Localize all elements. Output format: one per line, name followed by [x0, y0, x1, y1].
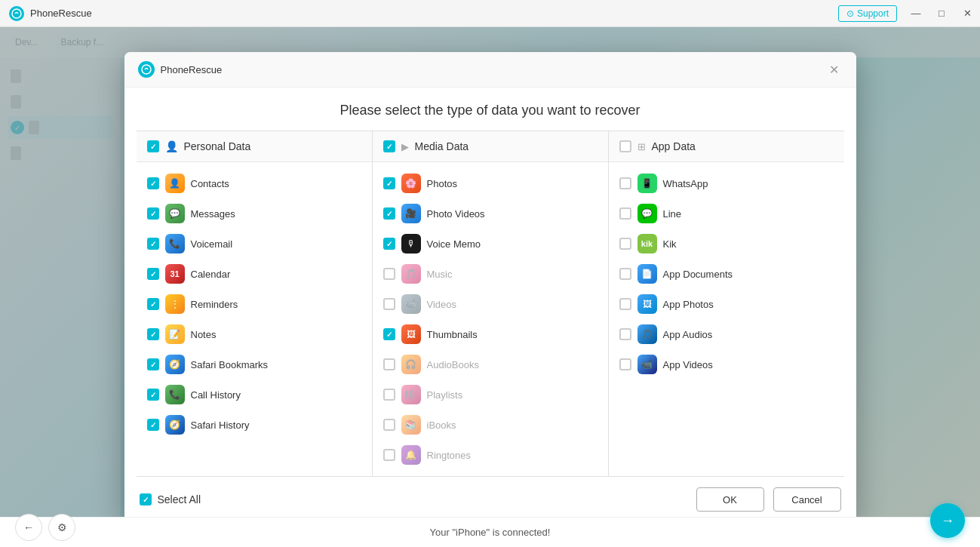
line-checkbox[interactable] — [619, 207, 631, 220]
voice-memo-checkbox[interactable] — [383, 238, 395, 250]
ringtones-label: Ringtones — [427, 450, 472, 461]
kik-icon: kik — [637, 234, 657, 254]
messages-label: Messages — [191, 208, 235, 220]
playlists-row: 🎼 Playlists — [373, 380, 608, 410]
music-checkbox[interactable] — [383, 268, 395, 280]
personal-data-checkbox[interactable] — [147, 140, 159, 152]
media-data-label: Media Data — [415, 140, 469, 152]
settings-button[interactable]: ⚙ — [48, 514, 75, 541]
call-history-label: Call History — [191, 389, 241, 401]
back-button[interactable]: ← — [15, 514, 42, 541]
whatsapp-row: 📱 WhatsApp — [609, 168, 844, 198]
audiobooks-checkbox[interactable] — [383, 358, 395, 370]
audiobooks-row: 🎧 AudioBooks — [373, 349, 608, 380]
ringtones-checkbox[interactable] — [383, 449, 395, 461]
photos-checkbox[interactable] — [383, 177, 395, 189]
safari-bookmarks-checkbox[interactable] — [147, 358, 159, 370]
dialog-footer: Select All OK Cancel — [124, 477, 856, 522]
support-button[interactable]: ⊙ Support — [838, 5, 897, 22]
kik-checkbox[interactable] — [619, 238, 631, 250]
svg-point-0 — [12, 9, 21, 18]
calendar-icon: 31 — [165, 264, 185, 284]
safari-bookmarks-icon: 🧭 — [165, 355, 185, 374]
dialog-header: PhoneRescue ✕ — [124, 52, 856, 88]
bottom-nav: ← ⚙ — [15, 514, 75, 541]
photo-videos-checkbox[interactable] — [383, 207, 395, 220]
app-data-label: App Data — [652, 140, 696, 152]
select-all-row: Select All — [140, 493, 201, 506]
app-photos-checkbox[interactable] — [619, 298, 631, 310]
videos-checkbox[interactable] — [383, 298, 395, 310]
media-data-checkbox[interactable] — [383, 140, 395, 152]
select-all-label: Select All — [158, 493, 201, 506]
kik-row: kik Kik — [609, 229, 844, 259]
voicemail-row: 📞 Voicemail — [137, 229, 372, 259]
person-icon: 👤 — [165, 140, 178, 152]
thumbnails-row: 🖼 Thumbnails — [373, 319, 608, 349]
whatsapp-icon: 📱 — [637, 174, 657, 193]
whatsapp-label: WhatsApp — [663, 178, 708, 189]
contacts-icon: 👤 — [165, 174, 185, 193]
svg-point-1 — [142, 65, 151, 74]
music-icon: 🎵 — [401, 264, 421, 284]
reminders-label: Reminders — [191, 299, 238, 310]
cancel-button[interactable]: Cancel — [773, 487, 841, 512]
notes-icon: 📝 — [165, 324, 185, 344]
footer-buttons: OK Cancel — [696, 487, 841, 512]
safari-history-checkbox[interactable] — [147, 419, 159, 431]
personal-data-label: Personal Data — [184, 140, 251, 152]
dialog-title: PhoneRescue — [161, 64, 826, 75]
voicemail-checkbox[interactable] — [147, 238, 159, 250]
select-all-checkbox[interactable] — [140, 493, 152, 506]
minimize-button[interactable]: — — [903, 0, 929, 27]
line-row: 💬 Line — [609, 198, 844, 229]
ibooks-row: 📚 iBooks — [373, 410, 608, 440]
app-data-column: ⊞ App Data 📱 WhatsApp — [609, 131, 844, 476]
voice-memo-row: 🎙 Voice Memo — [373, 229, 608, 259]
ibooks-checkbox[interactable] — [383, 419, 395, 431]
playlists-label: Playlists — [427, 389, 463, 401]
maximize-button[interactable]: □ — [929, 0, 954, 27]
playlists-checkbox[interactable] — [383, 389, 395, 401]
call-history-checkbox[interactable] — [147, 389, 159, 401]
dialog-subtitle: Please select the type of data you want … — [124, 88, 856, 131]
photo-videos-row: 🎥 Photo Videos — [373, 198, 608, 229]
app-documents-label: App Documents — [663, 269, 733, 280]
forward-button[interactable]: → — [930, 503, 965, 538]
contacts-checkbox[interactable] — [147, 177, 159, 189]
thumbnails-label: Thumbnails — [427, 329, 478, 340]
app-title: PhoneRescue — [30, 8, 92, 19]
app-documents-checkbox[interactable] — [619, 268, 631, 280]
notes-row: 📝 Notes — [137, 319, 372, 349]
voicemail-icon: 📞 — [165, 234, 185, 254]
ok-button[interactable]: OK — [696, 487, 764, 512]
messages-checkbox[interactable] — [147, 207, 159, 220]
photos-icon: 🌸 — [401, 174, 421, 193]
main-area: Dev... Backup f... ✓ — [0, 27, 980, 547]
thumbnails-icon: 🖼 — [401, 324, 421, 344]
safari-bookmarks-row: 🧭 Safari Bookmarks — [137, 349, 372, 380]
app-videos-checkbox[interactable] — [619, 358, 631, 370]
kik-label: Kik — [663, 238, 677, 250]
thumbnails-checkbox[interactable] — [383, 328, 395, 340]
media-data-header: ▶ Media Data — [373, 131, 608, 162]
calendar-row: 31 Calendar — [137, 259, 372, 289]
app-documents-icon: 📄 — [637, 264, 657, 284]
reminders-checkbox[interactable] — [147, 298, 159, 310]
ringtones-row: 🔔 Ringtones — [373, 440, 608, 470]
media-icon: ▶ — [401, 141, 409, 152]
app-photos-icon: 🖼 — [637, 294, 657, 314]
notes-checkbox[interactable] — [147, 328, 159, 340]
personal-data-header: 👤 Personal Data — [137, 131, 372, 162]
audiobooks-label: AudioBooks — [427, 359, 479, 370]
app-data-header: ⊞ App Data — [609, 131, 844, 162]
calendar-checkbox[interactable] — [147, 268, 159, 280]
ibooks-icon: 📚 — [401, 415, 421, 435]
window-close-button[interactable]: ✕ — [954, 0, 980, 27]
reminders-row: ⋮ Reminders — [137, 289, 372, 319]
whatsapp-checkbox[interactable] — [619, 177, 631, 189]
app-audios-checkbox[interactable] — [619, 328, 631, 340]
app-data-checkbox[interactable] — [619, 140, 631, 152]
dialog-close-button[interactable]: ✕ — [826, 61, 843, 78]
messages-icon: 💬 — [165, 204, 185, 223]
